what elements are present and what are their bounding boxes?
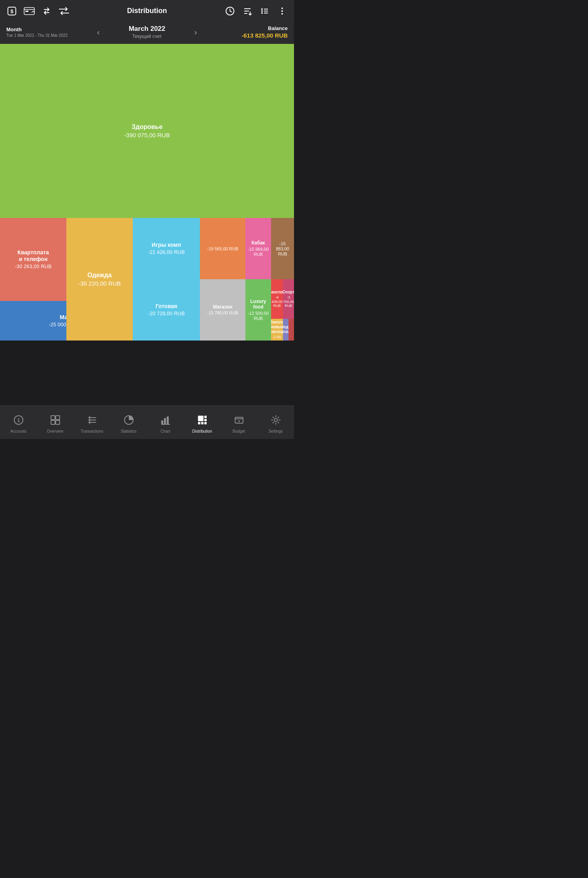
treemap-cell-luxury[interactable]: Luxury food-12 500,00 RUB [245,279,271,341]
svg-rect-33 [198,416,204,421]
treemap-cell-sport[interactable]: Спорт-3 700,00 RUB [283,279,294,319]
svg-rect-20 [51,416,55,420]
top-nav-left-icons: $ [6,6,70,17]
tab-chart-label: Chart [160,429,170,433]
treemap-cell-vneplanovye[interactable]: Внепла новые расход-2 60 [271,319,283,341]
cell-name-kabak: Кабак [251,240,265,246]
treemap[interactable]: Здоровье-390 075,00 RUBКвартплата и теле… [0,44,294,388]
tab-chart[interactable]: Chart [147,412,184,433]
page-title: Distribution [70,7,224,15]
clock-icon[interactable] [224,6,236,17]
balance-info: Balance -613 825,00 RUB [201,25,288,39]
svg-point-15 [281,8,283,9]
next-arrow[interactable]: › [190,28,201,37]
treemap-cell-igry[interactable]: Игры комп-21 426,00 RUB [133,218,200,279]
exchange-icon[interactable] [58,6,70,17]
cell-name-magazin: Магазин [213,304,232,310]
tab-distribution-label: Distribution [192,429,212,433]
svg-rect-39 [235,417,243,423]
overview-icon [50,415,60,428]
cell-name-transport: Транспорт [271,290,283,295]
cell-value-kabak: -15 969,00 RUB [247,247,270,257]
statistics-icon [124,415,134,428]
top-nav-right-icons [224,6,288,17]
account-label: Текущий счет [104,34,190,39]
svg-rect-4 [25,11,28,12]
card-icon[interactable] [24,6,35,17]
treemap-cell-kvartplata[interactable]: Квартплата и телефон-30 263,00 RUB [0,218,66,301]
svg-rect-23 [56,420,60,424]
cell-value-vneplanovye: -2 60 [273,335,281,339]
tab-settings-label: Settings [268,429,283,433]
svg-rect-37 [201,422,204,424]
balance-label: Balance [201,25,288,31]
svg-point-11 [261,12,263,14]
svg-rect-22 [51,420,55,424]
svg-point-9 [261,8,263,10]
top-nav: $ Distribution [0,0,294,22]
prev-arrow[interactable]: ‹ [93,28,104,37]
tab-statistics-label: Statistics [121,429,136,433]
tab-statistics[interactable]: Statistics [110,412,147,433]
cell-name-gotovaya: Готовая [155,303,177,310]
tab-transactions-label: Transactions [81,429,103,433]
month-label: March 2022 [104,25,190,33]
treemap-cell-gotovaya[interactable]: Готовая-20 728,00 RUB [133,279,200,341]
treemap-cell-unknown3[interactable] [288,319,294,341]
dollar-icon[interactable]: $ [6,6,17,17]
tab-transactions[interactable]: Transactions [74,412,110,433]
tab-accounts[interactable]: 1 Accounts [0,412,37,433]
treemap-cell-zdorovye[interactable]: Здоровье-390 075,00 RUB [0,44,294,218]
svg-rect-34 [204,416,207,418]
tab-distribution[interactable]: Distribution [184,412,220,433]
svg-rect-30 [164,418,166,424]
budget-icon [234,415,244,428]
cell-value-gotovaya: -20 728,00 RUB [148,310,185,317]
cell-value-zdorovye: -390 075,00 RUB [124,132,170,139]
cell-value-odezhda: -30 220,00 RUB [78,280,121,287]
list-icon[interactable] [259,6,270,17]
more-icon[interactable] [277,6,288,17]
cell-value-kvartplata: -30 263,00 RUB [15,263,51,270]
transfer-icon[interactable] [41,6,52,17]
svg-rect-31 [167,416,169,424]
cell-value-magazin: -15 780,00 RUB [207,310,238,316]
tab-settings[interactable]: Settings [257,412,294,433]
svg-rect-35 [204,419,207,421]
cell-value-sport: -3 700,00 RUB [283,295,294,308]
distribution-icon [197,415,207,428]
cell-value-igry: -21 426,00 RUB [148,249,185,255]
svg-rect-36 [198,422,200,424]
period-label: Month [6,26,93,32]
cell-name-podpiska: Подп иска [283,325,288,334]
cell-value-unknown2: -15 883,00 RUB [273,241,292,257]
svg-rect-29 [161,420,163,424]
svg-point-10 [261,10,263,12]
treemap-cell-unknown2[interactable]: -15 883,00 RUB [271,218,294,279]
svg-point-17 [281,13,283,15]
svg-point-41 [274,418,277,422]
treemap-cell-kabak[interactable]: Кабак-15 969,00 RUB [245,218,271,279]
cell-name-igry: Игры комп [152,242,181,248]
tab-budget[interactable]: Budget [220,412,257,433]
treemap-cell-transport[interactable]: Транспорт-6 408,00 RUB [271,279,283,319]
treemap-cell-podpiska[interactable]: Подп иска [283,319,288,341]
tab-overview[interactable]: Overview [37,412,74,433]
tab-overview-label: Overview [47,429,64,433]
svg-text:1: 1 [17,418,20,423]
cell-name-vneplanovye: Внепла новые расход [271,320,283,334]
treemap-cell-odezhda[interactable]: Одежда-30 220,00 RUB [66,218,133,341]
treemap-cell-magazin[interactable]: Магазин-15 780,00 RUB [200,279,245,341]
chart-icon [160,415,171,428]
sort-icon[interactable] [242,6,253,17]
cell-name-odezhda: Одежда [87,271,111,279]
treemap-cell-unknown1[interactable]: -19 565,00 RUB [200,218,245,279]
tab-accounts-label: Accounts [10,429,26,433]
svg-rect-38 [204,422,207,424]
cell-name-zdorovye: Здоровье [132,123,162,131]
svg-rect-21 [56,416,60,420]
cell-name-luxury: Luxury food [247,299,270,310]
cell-value-luxury: -12 500,00 RUB [247,311,270,321]
cell-value-unknown1: -19 565,00 RUB [207,246,238,252]
cell-name-sport: Спорт [283,290,294,295]
